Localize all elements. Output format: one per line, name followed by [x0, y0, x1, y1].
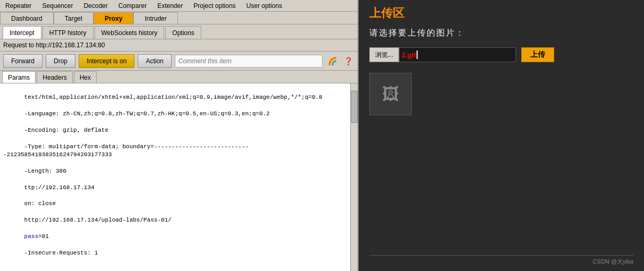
menu-decoder[interactable]: Decoder	[78, 1, 113, 11]
line-upgrade: -Insecure-Requests: 1	[24, 250, 98, 256]
menu-user-options[interactable]: User options	[241, 1, 287, 11]
scrollbar[interactable]	[350, 83, 358, 271]
line-language: -Language: zh-CN,zh;q=0.8,zh-TW;q=0.7,zh…	[24, 111, 270, 117]
line-referer: http://192.168.17.134/upload-labs/Pass-0…	[24, 217, 172, 223]
drop-button[interactable]: Drop	[46, 54, 75, 68]
upload-button[interactable]: 上传	[521, 47, 554, 62]
right-panel: 上传区 请选择要上传的图片： 浏览... 2.gif 上传 🖼 CSDN @大y…	[359, 0, 644, 271]
intercept-button[interactable]: Intercept is on	[79, 54, 134, 68]
tab-target[interactable]: Target	[54, 12, 94, 24]
main-tab-bar: Dashboard Target Proxy Intruder	[0, 12, 358, 24]
tab-options[interactable]: Options	[165, 26, 201, 39]
sub-tab-bar: Intercept HTTP history WebSockets histor…	[0, 24, 358, 39]
tab-intercept[interactable]: Intercept	[3, 26, 41, 39]
highlight-icon[interactable]: 🌈	[326, 55, 338, 67]
line-connection: on: close	[24, 200, 56, 207]
tab-intruder[interactable]: Intruder	[133, 12, 177, 24]
tab-proxy[interactable]: Proxy	[94, 12, 133, 24]
comment-input[interactable]	[175, 55, 323, 67]
tab-http-history[interactable]: HTTP history	[43, 26, 94, 39]
menu-sequencer[interactable]: Sequencer	[37, 1, 78, 11]
upload-title: 上传区	[369, 5, 633, 21]
line-host: ttp://192.168.17.134	[24, 184, 95, 191]
menu-repeater[interactable]: Repeater	[0, 1, 37, 11]
help-icon[interactable]: ❓	[342, 55, 354, 67]
menu-comparer[interactable]: Comparer	[113, 1, 152, 11]
upload-label: 请选择要上传的图片：	[369, 28, 633, 39]
tab-headers[interactable]: Headers	[37, 71, 72, 83]
line-accept: text/html,application/xhtml+xml,applicat…	[24, 94, 323, 100]
menu-extender[interactable]: Extender	[152, 1, 188, 11]
upload-input-row: 浏览... 2.gif 上传	[369, 47, 633, 62]
filename-box: 2.gif	[399, 47, 516, 62]
credit-text: CSDN @大yiba	[369, 255, 633, 266]
preview-area: 🖼	[369, 73, 412, 115]
action-toolbar: Forward Drop Intercept is on Action 🌈 ❓	[0, 52, 358, 71]
tab-params[interactable]: Params	[2, 71, 36, 83]
request-text[interactable]: text/html,application/xhtml+xml,applicat…	[0, 83, 350, 271]
filename-cursor	[417, 50, 418, 59]
action-button[interactable]: Action	[138, 54, 171, 68]
tab-dashboard[interactable]: Dashboard	[0, 12, 54, 24]
preview-icon: 🖼	[382, 84, 399, 104]
line-pass: pass=01	[24, 233, 49, 240]
request-url: Request to http://192.168.17.134:80	[0, 39, 358, 52]
request-body: text/html,application/xhtml+xml,applicat…	[0, 83, 358, 271]
forward-button[interactable]: Forward	[3, 54, 43, 68]
tab-websockets-history[interactable]: WebSockets history	[95, 26, 165, 39]
filename-text: 2.gif	[402, 51, 416, 59]
browse-button[interactable]: 浏览...	[369, 47, 399, 62]
scrollbar-thumb[interactable]	[351, 91, 358, 123]
content-tabs: Params Headers Hex	[0, 71, 358, 83]
menu-project-options[interactable]: Project options	[188, 1, 241, 11]
tab-hex[interactable]: Hex	[74, 71, 97, 83]
line-type: -Type: multipart/form-data; boundary=---…	[3, 143, 249, 158]
line-length: -Length: 380	[24, 168, 66, 174]
menu-bar: Repeater Sequencer Decoder Comparer Exte…	[0, 0, 358, 12]
burp-panel: Repeater Sequencer Decoder Comparer Exte…	[0, 0, 359, 271]
line-encoding: -Encoding: gzip, deflate	[24, 127, 108, 133]
